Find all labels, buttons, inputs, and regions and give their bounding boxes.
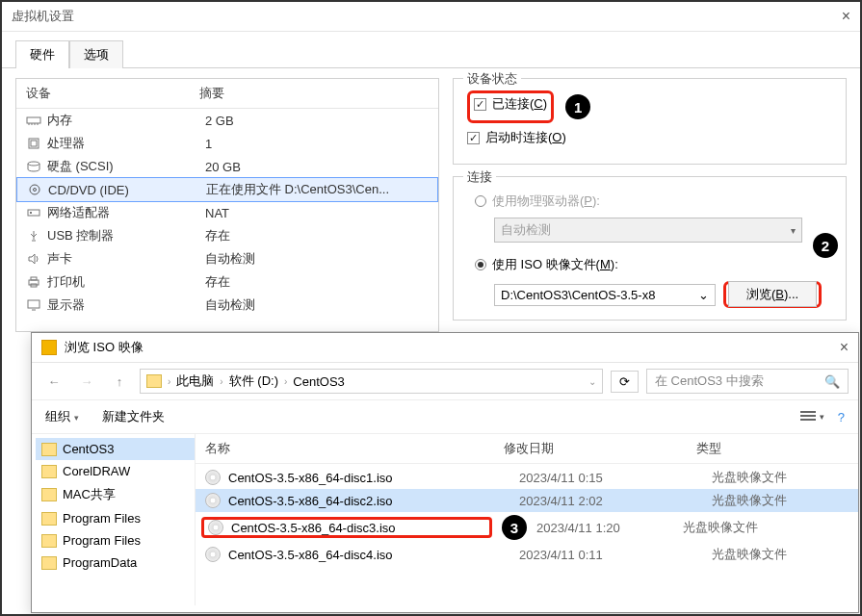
connection-group: 连接 使用物理驱动器(P): 自动检测 ▾ 2 使用 ISO 映像文件(M): … [453,176,847,321]
file-type: 光盘映像文件 [712,492,849,509]
tree-item[interactable]: Program Files [36,529,195,552]
svg-rect-0 [27,117,40,123]
file-name: CentOS-3.5-x86_64-disc3.iso [231,521,396,535]
sound-icon [26,252,41,266]
hardware-row-network[interactable]: 网络适配器 NAT [16,201,438,224]
hardware-rows: 内存 2 GB 处理器 1 硬盘 (SCSI) 20 GB CD/DVD (ID… [16,109,438,317]
device-status-group: 设备状态 ✓ 已连接(C) 1 ✓ 启动时连接(O) [453,78,847,165]
chevron-down-icon[interactable]: ⌄ [588,376,596,387]
folder-icon [41,512,57,526]
file-list: 名称 修改日期 类型 CentOS-3.5-x86_64-disc1.iso 2… [196,434,858,605]
search-icon: 🔍 [824,374,840,389]
connected-checkbox-row[interactable]: ✓ 已连接(C) [474,95,547,113]
connected-checkbox[interactable]: ✓ [474,98,486,111]
col-date-header[interactable]: 修改日期 [504,440,696,457]
file-date: 2023/4/11 1:20 [536,521,683,535]
nav-up-icon[interactable]: ↑ [107,369,132,394]
disc-icon [205,547,221,562]
hardware-row-printer[interactable]: 打印机 存在 [16,270,438,294]
connect-poweron-label: 启动时连接(O) [485,129,566,146]
row-name: 网络适配器 [47,204,205,221]
browse-button[interactable]: 浏览(B)... [728,281,817,307]
refresh-icon[interactable]: ⟳ [611,371,639,393]
annotation-box-1: ✓ 已连接(C) [467,90,554,123]
folder-icon [41,488,57,501]
row-summary: 存在 [205,273,429,291]
svg-rect-11 [30,212,32,214]
disc-icon [205,493,221,508]
tab-options[interactable]: 选项 [69,40,123,68]
chevron-right-icon: › [284,376,287,387]
folder-icon [146,374,162,388]
col-name-header[interactable]: 名称 [205,440,504,457]
row-summary: 2 GB [205,114,429,128]
crumb-folder[interactable]: CentOS3 [293,374,344,389]
nav-back-icon[interactable]: ← [41,369,66,394]
crumb-drive[interactable]: 软件 (D:) [229,372,278,390]
tree-item[interactable]: CorelDRAW [36,460,195,482]
hardware-row-display[interactable]: 显示器 自动检测 [16,294,438,317]
row-summary: 20 GB [205,160,429,174]
row-summary: 1 [205,137,429,151]
row-name: 声卡 [47,250,205,268]
svg-rect-10 [28,210,39,216]
annotation-badge-3: 3 [502,515,527,540]
col-type-header[interactable]: 类型 [696,440,849,457]
organize-menu[interactable]: 组织 ▾ [45,408,79,425]
file-row[interactable]: CentOS-3.5-x86_64-disc3.iso 3 2023/4/11 … [196,512,858,543]
hardware-row-usb[interactable]: USB 控制器 存在 [16,224,438,247]
row-summary: 自动检测 [205,250,429,268]
folder-icon [41,465,57,478]
file-dialog-close-icon[interactable]: × [840,339,849,356]
right-panel: 设备状态 ✓ 已连接(C) 1 ✓ 启动时连接(O) 连接 使用物理驱动器(P)… [453,78,847,332]
connected-label: 已连接(C) [492,95,547,113]
hardware-row-cddvd[interactable]: CD/DVD (IDE) 正在使用文件 D:\CentOS3\Cen... [16,177,438,202]
chevron-right-icon: › [168,376,170,387]
cpu-icon [26,137,41,150]
chevron-down-icon: ▾ [791,225,796,236]
usb-icon [26,229,41,243]
use-iso-radio-row[interactable]: 使用 ISO 映像文件(M): [475,256,832,273]
hardware-row-disk[interactable]: 硬盘 (SCSI) 20 GB [16,155,438,178]
tree-item[interactable]: CentOS3 [36,438,195,460]
use-iso-radio[interactable] [475,259,486,270]
file-date: 2023/4/11 2:02 [519,494,712,508]
breadcrumb[interactable]: › 此电脑 › 软件 (D:) › CentOS3 ⌄ [140,369,603,394]
file-row[interactable]: CentOS-3.5-x86_64-disc2.iso 2023/4/11 2:… [196,489,858,512]
file-row[interactable]: CentOS-3.5-x86_64-disc1.iso 2023/4/11 0:… [196,466,858,489]
row-name: 显示器 [47,296,205,314]
hardware-row-cpu[interactable]: 处理器 1 [16,132,438,155]
file-dialog-titlebar: 浏览 ISO 映像 × [32,333,858,363]
connect-poweron-row[interactable]: ✓ 启动时连接(O) [467,129,832,146]
crumb-computer[interactable]: 此电脑 [176,372,214,390]
new-folder-button[interactable]: 新建文件夹 [102,408,165,425]
search-placeholder: 在 CentOS3 中搜索 [655,372,764,390]
connect-poweron-checkbox[interactable]: ✓ [467,132,480,144]
file-row[interactable]: CentOS-3.5-x86_64-disc4.iso 2023/4/11 0:… [196,543,858,566]
row-summary: NAT [205,206,429,220]
nav-forward-icon[interactable]: → [74,369,99,394]
help-icon[interactable]: ? [838,410,845,424]
tab-hardware[interactable]: 硬件 [15,40,69,68]
tree-item[interactable]: ProgramData [36,552,195,574]
view-mode-button[interactable]: ▾ [800,411,824,423]
settings-close-icon[interactable]: × [842,8,850,25]
settings-titlebar: 虚拟机设置 × [2,2,860,32]
use-physical-radio[interactable] [475,195,486,207]
hardware-row-memory[interactable]: 内存 2 GB [16,109,438,132]
use-physical-radio-row[interactable]: 使用物理驱动器(P): [475,192,832,210]
tree-item[interactable]: Program Files [36,507,195,529]
row-summary: 自动检测 [205,296,429,314]
iso-path-value: D:\CentOS3\CentOS-3.5-x8 [501,288,655,302]
search-input[interactable]: 在 CentOS3 中搜索 🔍 [646,369,849,394]
tree-label: Program Files [63,533,141,548]
tree-item[interactable]: MAC共享 [36,482,195,507]
folder-icon [41,556,57,570]
iso-path-input[interactable]: D:\CentOS3\CentOS-3.5-x8 ⌄ [494,284,716,306]
chevron-down-icon[interactable]: ⌄ [698,288,709,302]
hardware-row-sound[interactable]: 声卡 自动检测 [16,247,438,270]
physical-drive-value: 自动检测 [501,221,551,239]
printer-icon [26,275,41,289]
header-device: 设备 [16,79,190,108]
file-type: 光盘映像文件 [712,546,849,563]
